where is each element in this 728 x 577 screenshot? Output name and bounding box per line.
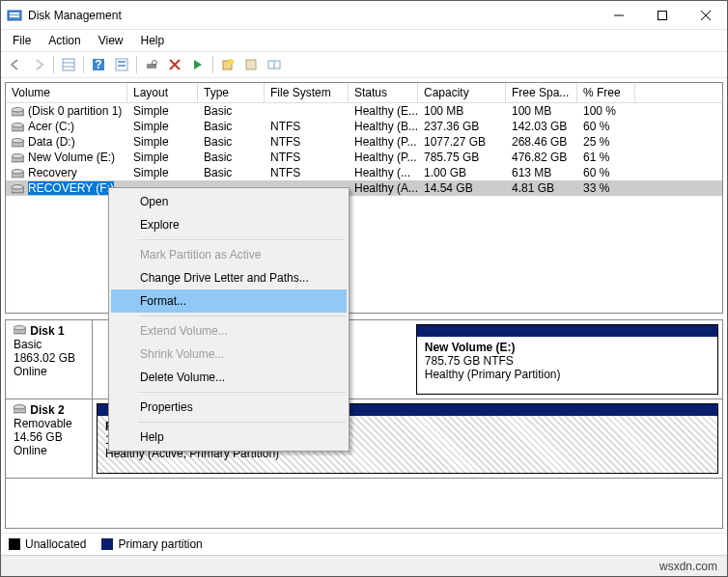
volume-row[interactable]: Acer (C:)SimpleBasicNTFSHealthy (B...237… [6,119,722,134]
close-button[interactable] [684,1,727,29]
svg-point-39 [14,405,25,409]
disk-size: 14.56 GB [14,430,84,444]
volume-layout: Simple [127,165,198,180]
volume-pct: 61 % [577,150,635,165]
column-capacity[interactable]: Capacity [418,83,506,102]
statusbar-text: wsxdn.com [659,560,717,573]
volume-type: Basic [198,103,265,119]
volume-capacity: 1077.27 GB [418,134,506,150]
column-layout[interactable]: Layout [127,83,198,102]
legend-unallocated: Unallocated [9,537,86,551]
svg-point-29 [12,138,23,142]
menu-help[interactable]: Help [133,32,173,49]
minimize-button[interactable] [597,1,640,29]
svg-point-35 [12,184,23,188]
volume-type: Basic [198,165,265,180]
disk-management-window: Disk Management File Action View Help ? [0,0,728,577]
volume-fs: NTFS [265,134,349,150]
settings-button[interactable] [111,54,132,75]
volume-name: RECOVERY (F:) [28,181,114,195]
svg-point-27 [12,123,23,126]
legend-primary-label: Primary partition [118,537,202,551]
svg-rect-2 [10,15,19,17]
toolbar: ? [1,51,727,78]
context-menu-item: Extend Volume... [111,319,347,343]
volume-fs: NTFS [265,165,349,180]
refresh-button[interactable] [141,54,162,75]
statusbar: wsxdn.com [1,555,727,576]
svg-rect-7 [63,59,74,70]
volume-fs: NTFS [265,150,349,165]
disk-label: Disk 2Removable14.56 GBOnline [6,399,93,478]
volume-row[interactable]: New Volume (E:)SimpleBasicNTFSHealthy (P… [6,150,722,165]
volume-layout: Simple [127,134,198,150]
volume-row[interactable]: (Disk 0 partition 1)SimpleBasicHealthy (… [6,103,722,119]
context-menu-item: Mark Partition as Active [111,243,347,266]
context-menu-separator [138,239,346,240]
volume-pct: 33 % [577,180,635,196]
delete-button[interactable] [164,54,185,75]
volume-free: 100 MB [506,103,577,119]
context-menu-item[interactable]: Change Drive Letter and Paths... [111,266,347,289]
volume-status: Healthy (E... [349,103,418,119]
disk-name: Disk 1 [14,324,84,338]
context-menu-item[interactable]: Format... [111,289,347,313]
context-menu-item[interactable]: Delete Volume... [111,366,347,389]
volume-free: 613 MB [506,165,577,180]
volume-name: Recovery [28,166,77,179]
menu-action[interactable]: Action [41,32,88,49]
volume-free: 268.46 GB [506,134,577,150]
context-menu-item[interactable]: Explore [111,213,347,236]
context-menu-item[interactable]: Help [111,426,347,449]
volume-name: New Volume (E:) [28,151,115,164]
context-menu-item[interactable]: Properties [111,396,347,419]
volume-layout: Simple [127,103,198,119]
disk-label: Disk 1Basic1863.02 GBOnline [6,320,93,398]
menubar: File Action View Help [1,30,727,51]
context-menu-separator [138,392,346,393]
action-button[interactable] [187,54,209,75]
window-title: Disk Management [28,9,122,22]
disk-status: Online [14,365,84,378]
split-button[interactable] [264,54,285,75]
column-type[interactable]: Type [198,83,265,102]
volume-capacity: 785.75 GB [418,150,506,165]
svg-point-20 [228,59,234,65]
view-details-button[interactable] [58,54,79,75]
help-button[interactable]: ? [88,54,109,75]
column-status[interactable]: Status [349,83,418,102]
new-button[interactable] [217,54,238,75]
column-volume[interactable]: Volume [6,83,127,102]
volume-name: (Disk 0 partition 1) [28,104,122,118]
column-free[interactable]: Free Spa... [506,83,577,102]
context-menu-item: Shrink Volume... [111,343,347,366]
partition[interactable]: New Volume (E:)785.75 GB NTFSHealthy (Pr… [416,324,718,395]
volume-list-header: Volume Layout Type File System Status Ca… [6,83,722,103]
disk-management-icon [7,8,22,23]
back-button[interactable] [5,54,26,75]
properties-button[interactable] [240,54,262,75]
volume-name: Acer (C:) [28,120,74,133]
context-menu[interactable]: OpenExploreMark Partition as ActiveChang… [108,187,350,452]
svg-point-25 [12,107,23,111]
volume-capacity: 237.36 GB [418,119,506,134]
maximize-button[interactable] [640,1,684,29]
volume-type: Basic [198,134,265,150]
svg-rect-21 [246,60,256,69]
forward-button[interactable] [28,54,49,75]
volume-layout: Simple [127,150,198,165]
disk-type: Removable [14,417,84,430]
disk-name: Disk 2 [14,403,84,417]
volume-row[interactable]: Data (D:)SimpleBasicNTFSHealthy (P...107… [6,134,722,150]
menu-view[interactable]: View [91,32,131,49]
volume-row[interactable]: RecoverySimpleBasicNTFSHealthy (...1.00 … [6,165,722,180]
context-menu-item[interactable]: Open [111,190,347,213]
menu-file[interactable]: File [5,32,39,49]
partition-header [417,325,717,337]
disk-size: 1863.02 GB [14,351,84,365]
column-pct-free[interactable]: % Free [577,83,635,102]
context-menu-separator [138,316,346,316]
volume-fs [265,103,349,119]
column-filesystem[interactable]: File System [265,83,349,102]
volume-status: Healthy (A... [349,180,418,196]
